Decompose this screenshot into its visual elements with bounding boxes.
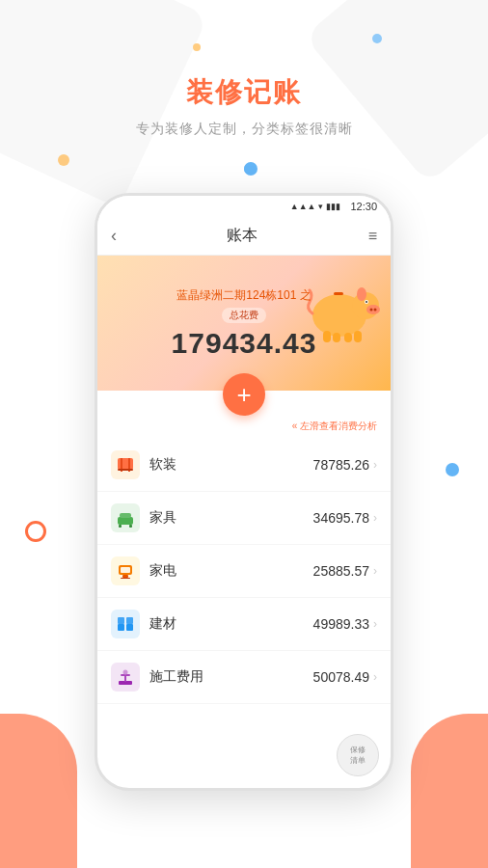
svg-rect-25 <box>118 624 124 631</box>
svg-rect-27 <box>118 617 124 624</box>
category-item-ruanzhuang[interactable]: 软装 78785.26 › <box>97 439 391 492</box>
cat-icon-shigong <box>111 663 140 692</box>
total-amount: 179434.43 <box>172 327 317 360</box>
cat-name-1: 家具 <box>149 509 313 527</box>
time-display: 12:30 <box>350 201 377 212</box>
cat-name-2: 家电 <box>149 562 313 580</box>
cat-arrow-0: › <box>373 458 377 472</box>
category-item-jiadian[interactable]: 家电 25885.57 › <box>97 545 391 598</box>
svg-rect-28 <box>126 617 133 624</box>
cat-amount-2: 25885.57 <box>313 563 369 579</box>
banner: 蓝晶绿洲二期124栋101 之 总花费 179434.43 <box>97 256 391 391</box>
svg-rect-17 <box>118 517 133 525</box>
menu-button[interactable]: ≡ <box>368 228 377 245</box>
category-item-jiaju[interactable]: 家具 34695.78 › <box>97 492 391 545</box>
cat-arrow-2: › <box>373 564 377 578</box>
banner-content: 蓝晶绿洲二期124栋101 之 总花费 179434.43 <box>97 256 391 391</box>
category-list: 软装 78785.26 › 家具 34695.78 › <box>97 439 391 704</box>
app-header: ‹ 账本 ≡ <box>97 217 391 256</box>
cat-amount-0: 78785.26 <box>313 457 369 473</box>
jiadian-icon <box>116 561 135 581</box>
total-label: 总花费 <box>222 308 266 323</box>
svg-point-32 <box>123 670 128 675</box>
status-icons: ▲▲▲ ▾ ▮▮▮ <box>290 202 341 211</box>
main-title: 装修记账 <box>186 74 302 111</box>
indicator-dot-3 <box>244 162 258 176</box>
svg-rect-20 <box>129 525 132 528</box>
svg-rect-22 <box>121 567 130 573</box>
svg-rect-23 <box>122 575 128 578</box>
phone-mockup: ▲▲▲ ▾ ▮▮▮ 12:30 ‹ 账本 ≡ <box>95 193 393 791</box>
svg-rect-13 <box>118 458 133 470</box>
side-dot-left <box>25 521 46 542</box>
project-name: 蓝晶绿洲二期124栋101 之 <box>176 287 311 304</box>
cat-icon-jiancai <box>111 610 140 638</box>
header-title: 账本 <box>227 226 258 246</box>
cat-amount-4: 50078.49 <box>313 669 369 685</box>
svg-rect-16 <box>118 469 133 471</box>
top-section: 装修记账 专为装修人定制，分类标签很清晰 <box>0 0 488 212</box>
jiancai-icon <box>116 614 135 634</box>
battery-icon: ▮▮▮ <box>326 202 340 211</box>
svg-rect-24 <box>121 578 130 579</box>
category-item-shigong[interactable]: 施工费用 50078.49 › <box>97 651 391 704</box>
warranty-list-button[interactable]: 保修 清单 <box>337 734 379 776</box>
jiaju-icon <box>116 508 135 528</box>
cat-name-3: 建材 <box>149 615 313 633</box>
wifi-icon: ▾ <box>318 202 323 211</box>
cat-arrow-4: › <box>373 670 377 684</box>
shigong-icon <box>116 667 135 687</box>
cat-name-4: 施工费用 <box>149 668 313 686</box>
status-bar: ▲▲▲ ▾ ▮▮▮ 12:30 <box>97 196 391 217</box>
cat-icon-jiadian <box>111 556 140 585</box>
side-dot-right <box>446 463 459 476</box>
sub-title: 专为装修人定制，分类标签很清晰 <box>136 121 353 138</box>
cat-icon-ruanzhuang <box>111 450 140 479</box>
cat-arrow-1: › <box>373 511 377 525</box>
signal-icon: ▲▲▲ <box>290 202 316 211</box>
cat-amount-3: 49989.33 <box>313 616 369 632</box>
svg-rect-18 <box>120 513 131 518</box>
svg-rect-19 <box>119 525 122 528</box>
fab-container: + <box>97 373 391 416</box>
cat-name-0: 软装 <box>149 456 313 474</box>
cat-icon-jiaju <box>111 503 140 532</box>
bg-orange-br <box>411 714 488 868</box>
warranty-label-line2: 清单 <box>350 755 366 766</box>
category-item-jiancai[interactable]: 建材 49989.33 › <box>97 598 391 651</box>
svg-rect-26 <box>126 624 133 631</box>
cat-arrow-3: › <box>373 617 377 631</box>
bg-orange-bl <box>0 714 77 868</box>
cat-amount-1: 34695.78 <box>313 510 369 526</box>
hint-text: « 左滑查看消费分析 <box>292 420 377 431</box>
back-button[interactable]: ‹ <box>111 226 117 246</box>
ruanzhuang-icon <box>116 455 135 475</box>
add-button[interactable]: + <box>223 373 265 416</box>
warranty-label-line1: 保修 <box>350 745 366 755</box>
hint-row: « 左滑查看消费分析 <box>97 416 391 439</box>
